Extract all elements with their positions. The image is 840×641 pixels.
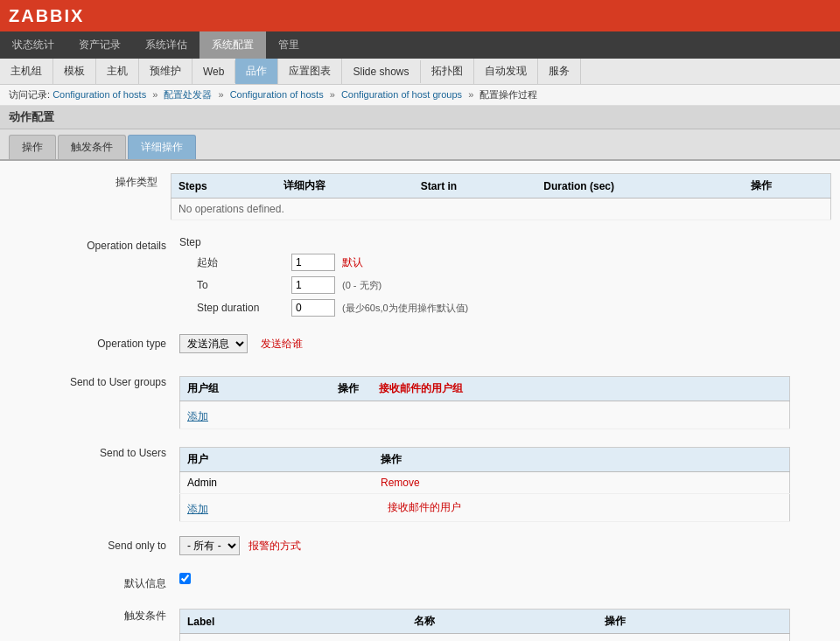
sec-nav: 主机组 模板 主机 预维护 Web 品作 应置图表 Slide shows 拓扑… bbox=[0, 59, 840, 85]
send-only-to-label: Send only to bbox=[18, 536, 179, 561]
user-name: Admin bbox=[180, 472, 374, 494]
sec-nav-maintenance[interactable]: 预维护 bbox=[139, 59, 192, 84]
table-row: Admin Remove bbox=[180, 472, 790, 494]
step-from-input[interactable] bbox=[291, 254, 335, 271]
breadcrumb-link-3[interactable]: Configuration of hosts bbox=[230, 89, 324, 100]
default-msg-label: 默认信息 bbox=[18, 573, 179, 591]
tab-trigger-conditions[interactable]: 触发条件 bbox=[58, 135, 126, 159]
send-only-to-row: Send only to - 所有 - 报警的方式 bbox=[9, 529, 831, 561]
op-type-label: Operation type bbox=[18, 334, 179, 359]
page-title: 动作配置 bbox=[0, 106, 840, 129]
operations-table-container: Steps 详细内容 Start in Duration (sec) 操作 No… bbox=[171, 170, 831, 220]
sec-nav-template[interactable]: 模板 bbox=[53, 59, 96, 84]
breadcrumb-prefix: 访问记录 bbox=[9, 89, 47, 100]
breadcrumb-link-4[interactable]: Configuration of host groups bbox=[341, 89, 462, 100]
step-duration-input[interactable] bbox=[291, 299, 335, 317]
operations-label: 操作类型 bbox=[9, 170, 171, 220]
default-msg-checkbox[interactable] bbox=[179, 573, 191, 584]
sec-nav-host[interactable]: 主机 bbox=[96, 59, 139, 84]
tabs: 操作 触发条件 详细操作 bbox=[0, 129, 840, 161]
sec-nav-service[interactable]: 服务 bbox=[538, 59, 581, 84]
logo: ZABBIX bbox=[9, 6, 84, 26]
user-groups-content: 用户组 操作 接收邮件的用户组 添加 bbox=[179, 373, 822, 429]
conditions-label: 触发条件 bbox=[18, 605, 179, 641]
col-action: 操作 bbox=[744, 174, 830, 199]
users-content: 用户 操作 Admin Remove 添加 bbox=[179, 443, 822, 522]
sec-nav-hostgroup[interactable]: 主机组 bbox=[0, 59, 53, 84]
tab-operations[interactable]: 操作 bbox=[9, 135, 56, 159]
op-type-content: 发送消息远程命令 发送给谁 bbox=[179, 334, 822, 359]
sec-nav-charts[interactable]: 应置图表 bbox=[278, 59, 342, 84]
breadcrumb-current: 配置操作过程 bbox=[480, 89, 537, 100]
op-type-select[interactable]: 发送消息远程命令 bbox=[179, 334, 248, 353]
col-startin: Start in bbox=[414, 174, 537, 199]
operations-section: 操作类型 Steps 详细内容 Start in Duration (sec) … bbox=[9, 170, 831, 220]
user-groups-label: Send to User groups bbox=[18, 373, 179, 429]
to-note: (0 - 无穷) bbox=[342, 279, 382, 292]
add-user-link[interactable]: 添加 bbox=[187, 502, 208, 517]
breadcrumb: 访问记录: Configuration of hosts » 配置处发器 » C… bbox=[0, 85, 840, 106]
duration-label: Step duration bbox=[197, 302, 284, 314]
nav-manage[interactable]: 管里 bbox=[266, 31, 312, 59]
send-only-to-content: - 所有 - 报警的方式 bbox=[179, 536, 822, 561]
step-to-input[interactable] bbox=[291, 276, 335, 294]
top-nav: 状态统计 资产记录 系统详估 系统配置 管里 bbox=[0, 31, 840, 59]
sec-nav-discovery[interactable]: 自动发现 bbox=[474, 59, 538, 84]
col-label: Label bbox=[180, 610, 408, 634]
from-note: 默认 bbox=[342, 255, 363, 270]
users-label: Send to Users bbox=[18, 443, 179, 522]
tab-detail-operations[interactable]: 详细操作 bbox=[128, 135, 196, 159]
duration-note: (最少60s,0为使用操作默认值) bbox=[342, 302, 468, 315]
conditions-content: Label 名称 操作 新建 bbox=[179, 605, 822, 641]
nav-status[interactable]: 状态统计 bbox=[0, 31, 66, 59]
default-msg-row: 默认信息 bbox=[9, 566, 831, 591]
users-annotation: 接收邮件的用户 bbox=[388, 501, 461, 513]
breadcrumb-link-1[interactable]: Configuration of hosts bbox=[52, 89, 146, 100]
op-type-row: Operation type 发送消息远程命令 发送给谁 bbox=[9, 327, 831, 359]
op-type-annotation: 发送给谁 bbox=[261, 337, 303, 352]
nav-sysdetail[interactable]: 系统详估 bbox=[133, 31, 200, 59]
no-operations: No operations defined. bbox=[172, 199, 831, 220]
from-label: 起始 bbox=[197, 255, 284, 270]
nav-assets[interactable]: 资产记录 bbox=[66, 31, 133, 59]
conditions-row: 触发条件 Label 名称 操作 新建 bbox=[9, 598, 831, 641]
header: ZABBIX bbox=[0, 0, 840, 31]
send-only-annotation: 报警的方式 bbox=[248, 539, 301, 554]
user-groups-annotation: 接收邮件的用户组 bbox=[379, 382, 463, 394]
operation-details-section: Operation details Step 起始 默认 To (0 - 无穷)… bbox=[9, 229, 831, 641]
main-content: 操作类型 Steps 详细内容 Start in Duration (sec) … bbox=[0, 161, 840, 641]
col-user: 用户 bbox=[180, 448, 374, 472]
sec-nav-slideshows[interactable]: Slide shows bbox=[342, 60, 420, 83]
nav-sysconfig[interactable]: 系统配置 bbox=[200, 31, 266, 59]
col-cond-action: 操作 bbox=[598, 610, 790, 634]
sec-nav-web[interactable]: Web bbox=[192, 60, 235, 83]
col-steps: Steps bbox=[172, 174, 277, 199]
col-name: 名称 bbox=[407, 610, 597, 634]
step-content: Step 起始 默认 To (0 - 无穷) Step duration (最少… bbox=[179, 236, 822, 322]
default-msg-content bbox=[179, 573, 822, 591]
send-only-to-select[interactable]: - 所有 - bbox=[179, 536, 240, 555]
remove-user-link[interactable]: Remove bbox=[381, 477, 420, 489]
sec-nav-action[interactable]: 品作 bbox=[235, 59, 278, 84]
to-label: To bbox=[197, 279, 284, 291]
user-groups-row: Send to User groups 用户组 操作 接收邮件的用户组 bbox=[9, 366, 831, 429]
step-row: Operation details Step 起始 默认 To (0 - 无穷)… bbox=[9, 229, 831, 322]
col-duration: Duration (sec) bbox=[536, 174, 744, 199]
col-usergroup: 用户组 bbox=[180, 377, 331, 401]
add-user-group-link[interactable]: 添加 bbox=[187, 409, 208, 424]
breadcrumb-link-2[interactable]: 配置处发器 bbox=[164, 89, 212, 100]
col-usergroup-action: 操作 接收邮件的用户组 bbox=[331, 377, 790, 401]
col-user-action: 操作 bbox=[374, 448, 790, 472]
op-details-label: Operation details bbox=[18, 236, 179, 322]
step-label: Step bbox=[179, 236, 267, 248]
sec-nav-topology[interactable]: 拓扑图 bbox=[421, 59, 474, 84]
col-details: 详细内容 bbox=[276, 174, 414, 199]
users-row: Send to Users 用户 操作 Admin Remove bbox=[9, 436, 831, 522]
